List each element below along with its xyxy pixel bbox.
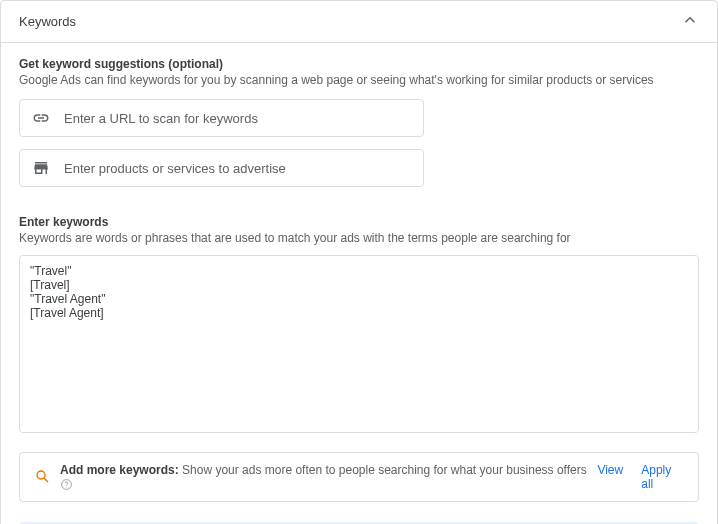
add-more-keywords-row: Add more keywords: Show your ads more of… (19, 452, 699, 502)
enter-keywords-section: Enter keywords Keywords are words or phr… (19, 215, 699, 436)
enter-keywords-subtext: Keywords are words or phrases that are u… (19, 231, 699, 245)
enter-keywords-heading: Enter keywords (19, 215, 699, 229)
suggestions-subtext: Google Ads can find keywords for you by … (19, 73, 699, 87)
add-more-text: Add more keywords: Show your ads more of… (60, 463, 587, 491)
keywords-card: Keywords Get keyword suggestions (option… (0, 0, 718, 524)
apply-all-button[interactable]: Apply all (641, 463, 684, 491)
search-icon (34, 468, 50, 487)
help-icon[interactable] (60, 478, 73, 491)
suggestions-section: Get keyword suggestions (optional) Googl… (19, 57, 699, 187)
url-scan-field[interactable] (19, 99, 424, 137)
svg-line-1 (44, 478, 48, 482)
svg-point-3 (66, 487, 67, 488)
add-more-strong: Add more keywords: (60, 463, 179, 477)
card-body: Get keyword suggestions (optional) Googl… (1, 43, 717, 524)
svg-point-0 (37, 471, 45, 479)
card-title: Keywords (19, 14, 76, 29)
url-scan-input[interactable] (64, 111, 411, 126)
link-icon (32, 109, 50, 127)
card-header[interactable]: Keywords (1, 1, 717, 43)
add-more-desc: Show your ads more often to people searc… (179, 463, 587, 477)
view-button[interactable]: View (597, 463, 623, 491)
products-input[interactable] (64, 161, 411, 176)
storefront-icon (32, 159, 50, 177)
add-more-actions: View Apply all (597, 463, 684, 491)
products-field[interactable] (19, 149, 424, 187)
suggestions-heading: Get keyword suggestions (optional) (19, 57, 699, 71)
keywords-textarea[interactable] (19, 255, 699, 433)
chevron-up-icon[interactable] (681, 11, 699, 32)
